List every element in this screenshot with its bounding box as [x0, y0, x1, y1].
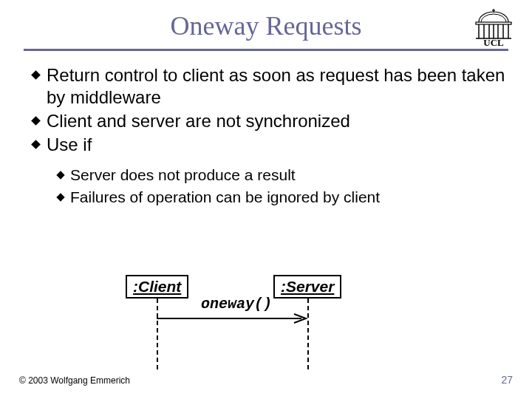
server-lifeline [307, 299, 309, 369]
bullet-item: Client and server are not synchronized [33, 110, 511, 132]
client-lifeline [157, 299, 158, 369]
sequence-diagram: :Client :Server oneway() [111, 273, 421, 369]
sub-bullet-item: Failures of operation can be ignored by … [58, 187, 511, 208]
server-object: :Server [273, 275, 341, 299]
diamond-bullet-icon [31, 116, 41, 126]
bullet-text: Client and server are not synchronized [47, 110, 350, 132]
bullet-item: Return control to client as soon as requ… [33, 64, 511, 109]
diamond-bullet-icon [56, 194, 64, 202]
slide-body: Return control to client as soon as requ… [33, 64, 511, 208]
svg-text:UCL: UCL [483, 37, 504, 47]
ucl-logo: UCL [471, 6, 516, 47]
svg-rect-2 [476, 22, 511, 24]
bullet-text: Server does not produce a result [70, 165, 296, 185]
page-number: 27 [501, 374, 513, 386]
bullet-item: Use if [33, 134, 511, 156]
message-label: oneway() [201, 296, 272, 313]
client-object: :Client [126, 275, 188, 299]
diamond-bullet-icon [31, 140, 41, 149]
title-rule [24, 49, 508, 51]
diamond-bullet-icon [31, 70, 41, 80]
slide-title: Oneway Requests [0, 0, 532, 41]
bullet-text: Failures of operation can be ignored by … [70, 187, 380, 208]
bullet-text: Return control to client as soon as requ… [47, 64, 511, 109]
copyright-text: © 2003 Wolfgang Emmerich [19, 375, 130, 386]
sub-bullet-item: Server does not produce a result [58, 165, 511, 185]
message-arrow [157, 313, 309, 324]
diamond-bullet-icon [56, 171, 64, 179]
bullet-text: Use if [47, 134, 92, 156]
